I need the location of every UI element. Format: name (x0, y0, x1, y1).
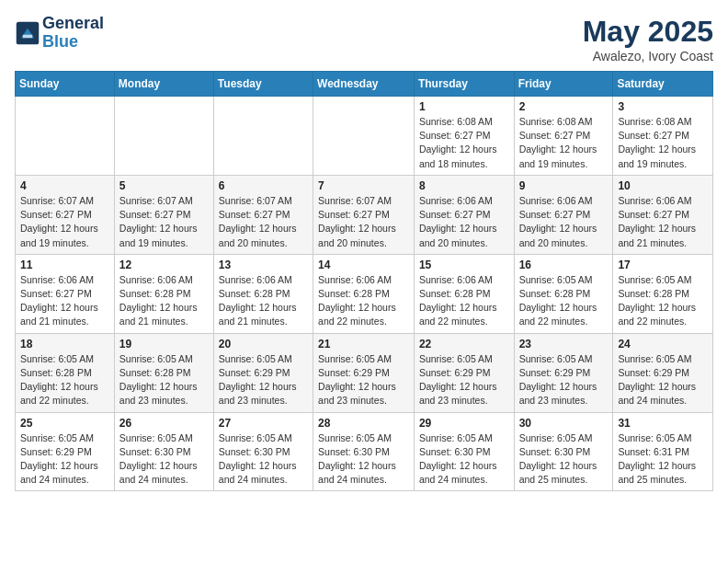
day-info: Sunrise: 6:05 AM Sunset: 6:29 PM Dayligh… (20, 431, 109, 488)
day-number: 30 (519, 417, 609, 430)
calendar-cell (16, 97, 115, 176)
day-number: 29 (419, 417, 509, 430)
day-info: Sunrise: 6:08 AM Sunset: 6:27 PM Dayligh… (519, 115, 609, 171)
day-number: 16 (519, 259, 609, 271)
day-info: Sunrise: 6:05 AM Sunset: 6:30 PM Dayligh… (519, 431, 609, 488)
calendar-cell: 17Sunrise: 6:05 AM Sunset: 6:28 PM Dayli… (613, 254, 713, 333)
day-number: 21 (318, 338, 409, 350)
day-header-monday: Monday (114, 72, 213, 97)
day-info: Sunrise: 6:07 AM Sunset: 6:27 PM Dayligh… (119, 194, 209, 250)
day-header-tuesday: Tuesday (213, 72, 313, 97)
day-info: Sunrise: 6:06 AM Sunset: 6:28 PM Dayligh… (419, 273, 509, 329)
week-row-1: 1Sunrise: 6:08 AM Sunset: 6:27 PM Daylig… (16, 97, 713, 176)
day-number: 24 (618, 338, 708, 350)
day-number: 10 (618, 179, 708, 192)
calendar-cell: 5Sunrise: 6:07 AM Sunset: 6:27 PM Daylig… (114, 175, 213, 254)
day-info: Sunrise: 6:05 AM Sunset: 6:28 PM Dayligh… (119, 352, 209, 408)
location: Awalezo, Ivory Coast (583, 49, 713, 63)
day-number: 15 (419, 259, 509, 271)
calendar-cell: 28Sunrise: 6:05 AM Sunset: 6:30 PM Dayli… (313, 412, 415, 491)
week-row-3: 11Sunrise: 6:06 AM Sunset: 6:27 PM Dayli… (16, 254, 713, 333)
day-number: 22 (419, 338, 509, 350)
calendar-cell: 19Sunrise: 6:05 AM Sunset: 6:28 PM Dayli… (114, 333, 213, 412)
calendar-cell: 18Sunrise: 6:05 AM Sunset: 6:28 PM Dayli… (16, 333, 115, 412)
day-number: 26 (119, 417, 209, 430)
day-info: Sunrise: 6:05 AM Sunset: 6:29 PM Dayligh… (219, 352, 308, 408)
calendar-table: SundayMondayTuesdayWednesdayThursdayFrid… (15, 71, 713, 491)
day-number: 9 (519, 179, 609, 192)
week-row-5: 25Sunrise: 6:05 AM Sunset: 6:29 PM Dayli… (16, 412, 713, 491)
calendar-cell: 14Sunrise: 6:06 AM Sunset: 6:28 PM Dayli… (313, 254, 415, 333)
day-info: Sunrise: 6:05 AM Sunset: 6:30 PM Dayligh… (219, 431, 308, 488)
day-info: Sunrise: 6:06 AM Sunset: 6:27 PM Dayligh… (618, 194, 708, 250)
day-number: 31 (618, 417, 708, 430)
page-header: GeneralBlue May 2025 Awalezo, Ivory Coas… (15, 15, 713, 63)
day-number: 19 (119, 338, 209, 350)
day-info: Sunrise: 6:05 AM Sunset: 6:30 PM Dayligh… (119, 431, 209, 488)
logo: GeneralBlue (15, 15, 104, 52)
logo-text: GeneralBlue (42, 15, 104, 52)
calendar-cell: 3Sunrise: 6:08 AM Sunset: 6:27 PM Daylig… (613, 97, 713, 176)
day-header-thursday: Thursday (414, 72, 514, 97)
day-info: Sunrise: 6:05 AM Sunset: 6:31 PM Dayligh… (618, 431, 708, 488)
day-number: 13 (219, 259, 308, 271)
day-info: Sunrise: 6:06 AM Sunset: 6:28 PM Dayligh… (219, 273, 308, 329)
calendar-cell: 11Sunrise: 6:06 AM Sunset: 6:27 PM Dayli… (16, 254, 115, 333)
calendar-cell: 25Sunrise: 6:05 AM Sunset: 6:29 PM Dayli… (16, 412, 115, 491)
calendar-cell: 20Sunrise: 6:05 AM Sunset: 6:29 PM Dayli… (213, 333, 313, 412)
calendar-cell: 23Sunrise: 6:05 AM Sunset: 6:29 PM Dayli… (514, 333, 613, 412)
day-number: 28 (318, 417, 409, 430)
day-info: Sunrise: 6:08 AM Sunset: 6:27 PM Dayligh… (618, 115, 708, 171)
calendar-cell: 21Sunrise: 6:05 AM Sunset: 6:29 PM Dayli… (313, 333, 415, 412)
day-header-friday: Friday (514, 72, 613, 97)
calendar-cell: 9Sunrise: 6:06 AM Sunset: 6:27 PM Daylig… (514, 175, 613, 254)
day-info: Sunrise: 6:05 AM Sunset: 6:30 PM Dayligh… (318, 431, 409, 488)
day-number: 5 (119, 179, 209, 192)
calendar-cell: 6Sunrise: 6:07 AM Sunset: 6:27 PM Daylig… (213, 175, 313, 254)
calendar-cell: 27Sunrise: 6:05 AM Sunset: 6:30 PM Dayli… (213, 412, 313, 491)
day-number: 23 (519, 338, 609, 350)
day-number: 7 (318, 179, 409, 192)
week-row-4: 18Sunrise: 6:05 AM Sunset: 6:28 PM Dayli… (16, 333, 713, 412)
calendar-cell (213, 97, 313, 176)
svg-rect-2 (23, 35, 33, 39)
calendar-cell: 2Sunrise: 6:08 AM Sunset: 6:27 PM Daylig… (514, 97, 613, 176)
day-info: Sunrise: 6:07 AM Sunset: 6:27 PM Dayligh… (219, 194, 308, 250)
day-number: 2 (519, 100, 609, 113)
calendar-cell: 16Sunrise: 6:05 AM Sunset: 6:28 PM Dayli… (514, 254, 613, 333)
day-info: Sunrise: 6:07 AM Sunset: 6:27 PM Dayligh… (318, 194, 409, 250)
day-info: Sunrise: 6:05 AM Sunset: 6:29 PM Dayligh… (318, 352, 409, 408)
day-info: Sunrise: 6:06 AM Sunset: 6:27 PM Dayligh… (419, 194, 509, 250)
calendar-cell: 8Sunrise: 6:06 AM Sunset: 6:27 PM Daylig… (414, 175, 514, 254)
day-info: Sunrise: 6:06 AM Sunset: 6:27 PM Dayligh… (20, 273, 109, 329)
calendar-cell (114, 97, 213, 176)
day-info: Sunrise: 6:05 AM Sunset: 6:30 PM Dayligh… (419, 431, 509, 488)
day-info: Sunrise: 6:05 AM Sunset: 6:29 PM Dayligh… (618, 352, 708, 408)
day-info: Sunrise: 6:06 AM Sunset: 6:28 PM Dayligh… (318, 273, 409, 329)
calendar-cell: 13Sunrise: 6:06 AM Sunset: 6:28 PM Dayli… (213, 254, 313, 333)
calendar-cell: 22Sunrise: 6:05 AM Sunset: 6:29 PM Dayli… (414, 333, 514, 412)
day-number: 14 (318, 259, 409, 271)
day-number: 17 (618, 259, 708, 271)
day-info: Sunrise: 6:08 AM Sunset: 6:27 PM Dayligh… (419, 115, 509, 171)
day-info: Sunrise: 6:05 AM Sunset: 6:29 PM Dayligh… (519, 352, 609, 408)
calendar-cell: 24Sunrise: 6:05 AM Sunset: 6:29 PM Dayli… (613, 333, 713, 412)
title-block: May 2025 Awalezo, Ivory Coast (583, 15, 713, 63)
day-number: 6 (219, 179, 308, 192)
calendar-cell: 30Sunrise: 6:05 AM Sunset: 6:30 PM Dayli… (514, 412, 613, 491)
day-number: 20 (219, 338, 308, 350)
day-info: Sunrise: 6:05 AM Sunset: 6:29 PM Dayligh… (419, 352, 509, 408)
day-info: Sunrise: 6:07 AM Sunset: 6:27 PM Dayligh… (20, 194, 109, 250)
day-headers-row: SundayMondayTuesdayWednesdayThursdayFrid… (16, 72, 713, 97)
calendar-cell: 12Sunrise: 6:06 AM Sunset: 6:28 PM Dayli… (114, 254, 213, 333)
day-number: 3 (618, 100, 708, 113)
day-number: 27 (219, 417, 308, 430)
day-info: Sunrise: 6:06 AM Sunset: 6:27 PM Dayligh… (519, 194, 609, 250)
month-title: May 2025 (583, 15, 713, 49)
calendar-cell: 1Sunrise: 6:08 AM Sunset: 6:27 PM Daylig… (414, 97, 514, 176)
logo-icon (15, 20, 40, 46)
calendar-cell: 31Sunrise: 6:05 AM Sunset: 6:31 PM Dayli… (613, 412, 713, 491)
day-number: 11 (20, 259, 109, 271)
calendar-cell: 26Sunrise: 6:05 AM Sunset: 6:30 PM Dayli… (114, 412, 213, 491)
day-info: Sunrise: 6:05 AM Sunset: 6:28 PM Dayligh… (618, 273, 708, 329)
